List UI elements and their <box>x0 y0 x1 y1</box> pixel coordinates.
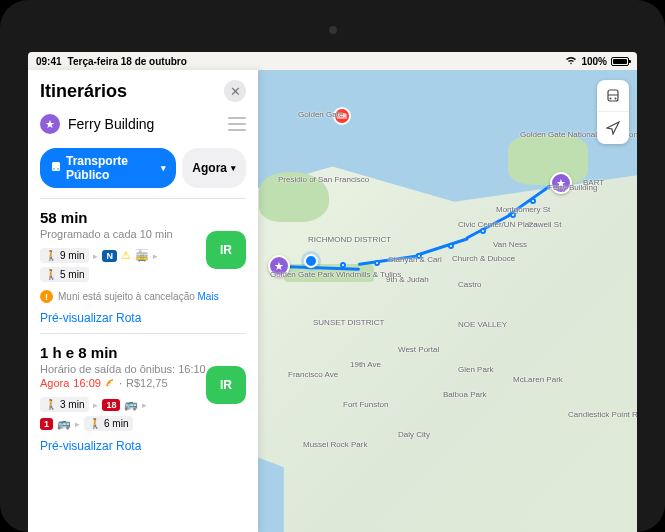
svg-point-2 <box>615 97 617 99</box>
panel-title: Itinerários <box>40 81 127 102</box>
arrow-icon: ▸ <box>142 400 147 410</box>
arrow-icon: ▸ <box>93 251 98 261</box>
map-label: Civic Center/UN Plaza <box>458 220 538 229</box>
pin-icon: ★ <box>40 114 60 134</box>
map-label: Golden Gate <box>298 110 343 119</box>
screen: 09:41 Terça-feira 18 de outubro 100% <box>28 52 637 532</box>
map-label: McLaren Park <box>513 375 563 384</box>
route-duration: 58 min <box>40 209 246 226</box>
map-label: BART <box>583 178 604 187</box>
status-time: 09:41 <box>36 56 62 67</box>
map-label: Golden Gate Park Windmills & Tulips <box>270 270 401 279</box>
preview-route-link[interactable]: Pré-visualizar Rota <box>40 439 246 453</box>
close-button[interactable]: ✕ <box>224 80 246 102</box>
walk-icon: 🚶 <box>45 399 57 410</box>
route-card[interactable]: 58 min Programado a cada 10 min IR 🚶9 mi… <box>28 199 258 333</box>
map-label: 19th Ave <box>350 360 381 369</box>
line-badge: N <box>102 250 117 262</box>
bus-icon: 🚌 <box>57 417 71 430</box>
svg-point-1 <box>610 97 612 99</box>
walk-icon: 🚶 <box>89 418 101 429</box>
reorder-icon[interactable] <box>228 117 246 131</box>
route-leg: 1 🚌 ▸ 🚶6 min <box>40 416 246 431</box>
route-card[interactable]: 1 h e 8 min Horário de saída do ônibus: … <box>28 334 258 461</box>
arrow-icon: ▸ <box>93 400 98 410</box>
map-label: Stanyan & Carl <box>388 255 442 264</box>
time-label: Agora <box>192 161 227 175</box>
map-label: Castro <box>458 280 482 289</box>
map-label: Van Ness <box>493 240 527 249</box>
preview-route-link[interactable]: Pré-visualizar Rota <box>40 311 246 325</box>
status-date: Terça-feira 18 de outubro <box>68 56 187 67</box>
map-label: NOE VALLEY <box>458 320 507 329</box>
map-controls <box>597 80 629 144</box>
user-location <box>304 254 318 268</box>
route-leg: 🚶5 min <box>40 267 246 282</box>
transit-icon <box>50 161 62 176</box>
map-label: Francisco Ave <box>288 370 338 379</box>
walk-icon: 🚶 <box>45 250 57 261</box>
map-label: West Portal <box>398 345 439 354</box>
svg-point-6 <box>57 168 59 170</box>
map-label: SUNSET DISTRICT <box>313 318 384 327</box>
live-icon <box>105 378 115 388</box>
route-duration: 1 h e 8 min <box>40 344 246 361</box>
mode-selector[interactable]: Transporte Público ▾ <box>40 148 176 188</box>
destination-name: Ferry Building <box>68 116 220 132</box>
battery-percent: 100% <box>581 56 607 67</box>
map-label: Montgomery St <box>496 205 550 214</box>
locate-button[interactable] <box>597 112 629 144</box>
tram-icon: 🚋 <box>135 249 149 262</box>
status-bar: 09:41 Terça-feira 18 de outubro 100% <box>28 52 637 70</box>
walk-icon: 🚶 <box>45 269 57 280</box>
map-label: Church & Duboce <box>452 254 515 263</box>
battery-icon <box>611 57 629 66</box>
line-badge: 18 <box>102 399 120 411</box>
route-stop <box>448 243 454 249</box>
map-label: Fort Funston <box>343 400 388 409</box>
alert-triangle-icon: ⚠ <box>121 249 131 262</box>
map-label: Candlestick Point Rec <box>568 410 637 419</box>
wifi-icon <box>565 56 577 67</box>
route-stop <box>340 262 346 268</box>
map-label: Glen Park <box>458 365 494 374</box>
arrow-icon: ▸ <box>75 419 80 429</box>
map-label: Balboa Park <box>443 390 487 399</box>
directions-panel: Itinerários ✕ ★ Ferry Building Transport… <box>28 70 258 532</box>
map-label: Presidio of San Francisco <box>278 175 369 184</box>
camera-dot <box>329 26 337 34</box>
device-frame: 09:41 Terça-feira 18 de outubro 100% <box>0 0 665 532</box>
map-label: Daly City <box>398 430 430 439</box>
mode-label: Transporte Público <box>66 154 157 182</box>
park-ggnr <box>508 135 588 185</box>
bus-icon: 🚌 <box>124 398 138 411</box>
arrow-icon: ▸ <box>153 251 158 261</box>
service-alert: ! Muni está sujeito à cancelação Mais <box>40 290 246 303</box>
route-stop <box>530 198 536 204</box>
go-button[interactable]: IR <box>206 231 246 269</box>
chevron-down-icon: ▾ <box>231 163 236 173</box>
map-label: RICHMOND DISTRICT <box>308 235 391 244</box>
go-button[interactable]: IR <box>206 366 246 404</box>
destination-row[interactable]: ★ Ferry Building <box>28 108 258 140</box>
chevron-down-icon: ▾ <box>161 163 166 173</box>
map-label: Mussel Rock Park <box>303 440 367 449</box>
line-badge: 1 <box>40 418 53 430</box>
transit-layer-button[interactable] <box>597 80 629 112</box>
time-selector[interactable]: Agora ▾ <box>182 148 246 188</box>
route-stop <box>374 260 380 266</box>
alert-icon: ! <box>40 290 53 303</box>
svg-point-7 <box>106 385 108 387</box>
alert-more-link[interactable]: Mais <box>198 291 219 302</box>
svg-rect-4 <box>52 162 60 171</box>
svg-point-5 <box>53 168 55 170</box>
